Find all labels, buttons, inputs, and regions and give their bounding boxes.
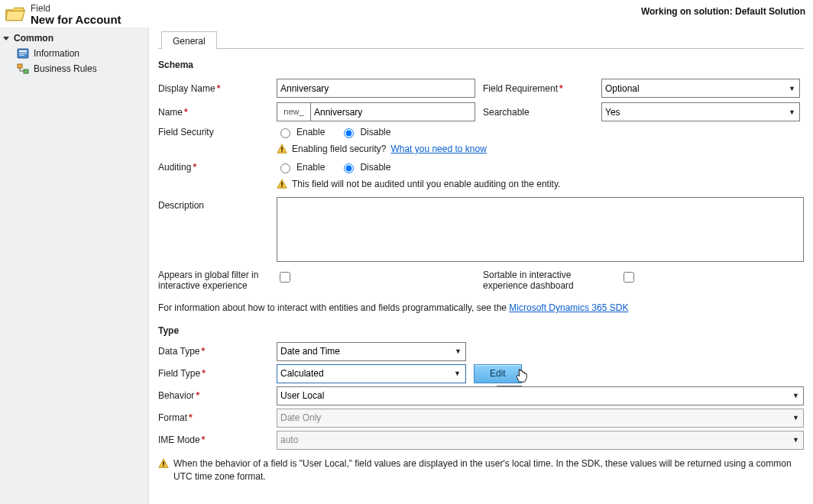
label-format: Format* [158, 409, 269, 426]
folder-open-icon [5, 3, 26, 24]
sidebar-section-label: Common [14, 33, 53, 44]
label-behavior: Behavior* [158, 387, 269, 404]
sidebar-section-common[interactable]: Common [0, 31, 148, 46]
label-description: Description [158, 197, 269, 214]
svg-rect-11 [163, 465, 164, 466]
searchable-select[interactable]: Yes [601, 102, 800, 121]
label-ime-mode: IME Mode* [158, 431, 269, 448]
label-sortable-dashboard: Sortable in interactive experience dashb… [483, 270, 613, 294]
behavior-select[interactable]: User Local [277, 386, 804, 405]
type-section-title: Type [158, 325, 804, 336]
edit-button[interactable]: Edit [474, 364, 522, 383]
sidebar-item-business-rules[interactable]: Business Rules [0, 61, 148, 76]
sortable-dashboard-checkbox[interactable] [624, 272, 634, 283]
sdk-link[interactable]: Microsoft Dynamics 365 SDK [509, 302, 628, 313]
tab-strip: General [158, 27, 804, 49]
svg-rect-5 [24, 69, 28, 73]
svg-rect-1 [19, 50, 27, 52]
warning-icon [277, 179, 287, 189]
svg-rect-2 [19, 53, 27, 54]
description-input[interactable] [277, 197, 804, 262]
label-display-name: Display Name* [158, 80, 269, 97]
label-field-requirement: Field Requirement* [483, 80, 594, 97]
svg-rect-8 [281, 182, 282, 185]
caret-down-icon [3, 37, 9, 40]
svg-rect-10 [163, 461, 164, 464]
title-bar: Field New for Account Working on solutio… [0, 0, 813, 27]
field-type-select[interactable]: Calculated [277, 365, 465, 383]
ime-mode-select[interactable]: auto [277, 431, 804, 450]
field-security-disable-radio[interactable]: Disable [340, 126, 390, 138]
svg-rect-9 [281, 186, 282, 187]
auditing-disable-radio[interactable]: Disable [340, 161, 390, 173]
field-security-enable-radio[interactable]: Enable [277, 126, 325, 138]
label-searchable: Searchable [483, 104, 594, 121]
solution-context: Working on solution: Default Solution [641, 3, 805, 17]
field-requirement-select[interactable]: Optional [601, 79, 800, 98]
sidebar-item-information[interactable]: Information [0, 46, 148, 61]
tab-general[interactable]: General [161, 31, 217, 50]
svg-rect-6 [281, 147, 282, 150]
sdk-info-text: For information about how to interact wi… [158, 302, 804, 315]
svg-rect-4 [18, 64, 22, 68]
entity-type-label: Field [31, 3, 121, 14]
flow-icon [17, 63, 29, 74]
display-name-input[interactable] [277, 79, 475, 98]
name-input[interactable] [310, 102, 475, 121]
content-area: General Schema Display Name* Field Requi… [149, 27, 813, 504]
document-icon [17, 48, 29, 59]
sidebar-item-label: Business Rules [34, 63, 97, 74]
auditing-enable-radio[interactable]: Enable [277, 161, 325, 173]
left-nav: Common Information [0, 27, 149, 504]
label-field-security: Field Security [158, 124, 269, 141]
format-select[interactable]: Date Only [277, 409, 804, 428]
name-prefix: new_ [277, 102, 310, 121]
schema-section-title: Schema [158, 60, 804, 70]
field-security-note: Enabling field security? [292, 144, 386, 154]
data-type-select[interactable]: Date and Time [277, 342, 466, 361]
behavior-note: When the behavior of a field is "User Lo… [173, 457, 804, 484]
label-auditing: Auditing* [158, 159, 269, 176]
warning-icon [277, 144, 287, 154]
page-title: New for Account [31, 13, 121, 26]
label-name: Name* [158, 104, 269, 121]
label-global-filter: Appears in global filter in interactive … [158, 270, 269, 294]
sidebar-item-label: Information [34, 48, 79, 59]
warning-icon [158, 458, 169, 469]
label-field-type: Field Type* [158, 365, 269, 382]
svg-rect-7 [281, 151, 282, 152]
label-data-type: Data Type* [158, 343, 269, 360]
svg-rect-3 [19, 55, 24, 57]
field-security-help-link[interactable]: What you need to know [390, 144, 486, 154]
auditing-note: This field will not be audited until you… [292, 179, 560, 189]
global-filter-checkbox[interactable] [280, 272, 290, 283]
